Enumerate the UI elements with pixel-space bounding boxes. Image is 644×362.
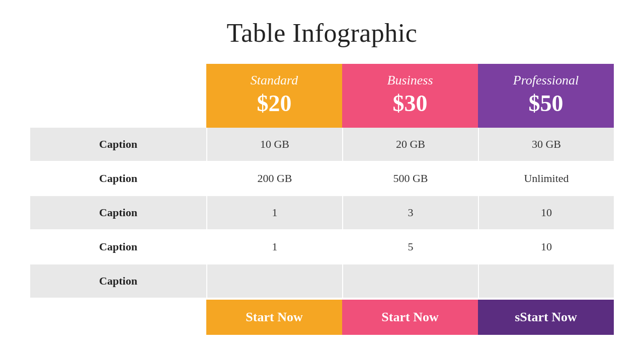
table-row: Caption bbox=[30, 264, 614, 299]
data-cell-1-0: 200 GB bbox=[206, 162, 342, 195]
data-cell-3-2: 10 bbox=[478, 230, 614, 263]
plan-name-business: Business bbox=[387, 73, 433, 88]
data-cell-1-2: Unlimited bbox=[478, 162, 614, 195]
caption-cell-3: Caption bbox=[30, 230, 206, 263]
plan-price-business: $30 bbox=[393, 90, 428, 117]
plan-name-professional: Professional bbox=[513, 73, 579, 88]
table-row: Caption10 GB20 GB30 GB bbox=[30, 128, 614, 162]
data-cell-0-2: 30 GB bbox=[478, 128, 614, 161]
plan-price-professional: $50 bbox=[529, 90, 564, 117]
button-empty-cell bbox=[30, 300, 206, 335]
table-row: Caption1510 bbox=[30, 230, 614, 264]
data-cell-0-1: 20 GB bbox=[342, 128, 478, 161]
data-cell-3-0: 1 bbox=[206, 230, 342, 263]
plan-header-standard: Standard $20 bbox=[206, 64, 342, 128]
caption-cell-0: Caption bbox=[30, 128, 206, 161]
table-row: Caption200 GB500 GBUnlimited bbox=[30, 162, 614, 196]
plan-header-business: Business $30 bbox=[342, 64, 478, 128]
header-empty-cell bbox=[30, 64, 206, 128]
data-cell-4-2 bbox=[478, 264, 614, 298]
caption-cell-4: Caption bbox=[30, 264, 206, 298]
data-cell-4-1 bbox=[342, 264, 478, 298]
start-now-button-standard[interactable]: Start Now bbox=[206, 300, 342, 335]
header-row: Standard $20 Business $30 Professional $… bbox=[30, 64, 614, 128]
data-cell-2-0: 1 bbox=[206, 196, 342, 229]
button-row: Start Now Start Now sStart Now bbox=[30, 300, 614, 335]
plan-price-standard: $20 bbox=[257, 90, 292, 117]
data-cell-3-1: 5 bbox=[342, 230, 478, 263]
data-cell-4-0 bbox=[206, 264, 342, 298]
plan-name-standard: Standard bbox=[251, 73, 298, 88]
data-cell-0-0: 10 GB bbox=[206, 128, 342, 161]
data-cell-2-2: 10 bbox=[478, 196, 614, 229]
caption-cell-2: Caption bbox=[30, 196, 206, 229]
pricing-table: Standard $20 Business $30 Professional $… bbox=[30, 64, 614, 335]
data-cell-2-1: 3 bbox=[342, 196, 478, 229]
plan-header-professional: Professional $50 bbox=[478, 64, 614, 128]
start-now-button-professional[interactable]: sStart Now bbox=[478, 300, 614, 335]
data-cell-1-1: 500 GB bbox=[342, 162, 478, 195]
data-rows: Caption10 GB20 GB30 GBCaption200 GB500 G… bbox=[30, 128, 614, 299]
table-row: Caption1310 bbox=[30, 196, 614, 230]
caption-cell-1: Caption bbox=[30, 162, 206, 195]
page-title: Table Infographic bbox=[227, 18, 418, 48]
start-now-button-business[interactable]: Start Now bbox=[342, 300, 478, 335]
